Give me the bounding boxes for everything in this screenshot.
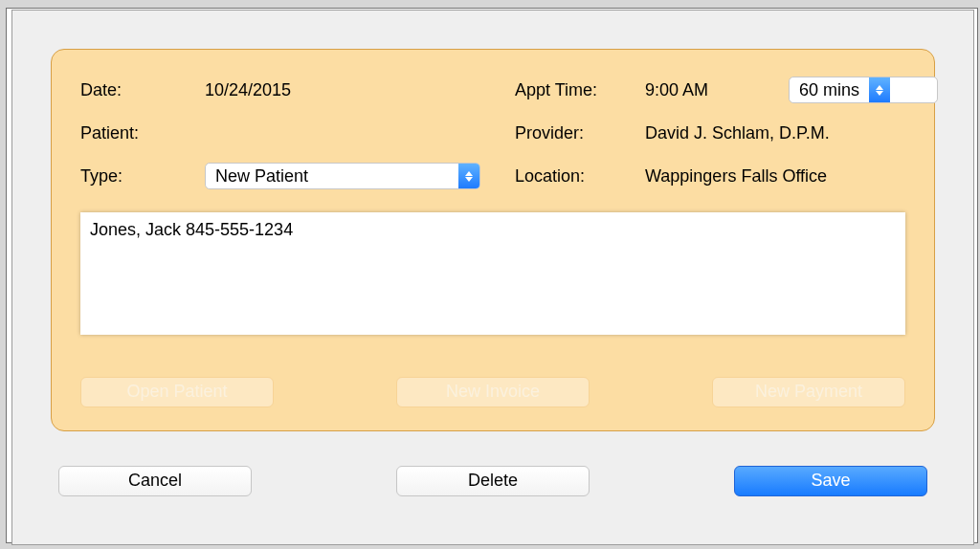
provider-label: Provider:	[515, 123, 639, 143]
duration-select-text: 60 mins	[790, 77, 869, 102]
save-button[interactable]: Save	[734, 466, 927, 496]
appointment-card: Date: 10/24/2015 Appt Time: 9:00 AM 60 m…	[51, 49, 935, 431]
row-type-location: Type: New Patient Location: Wappingers F…	[80, 163, 905, 193]
type-select-text: New Patient	[206, 164, 458, 188]
chevrons-icon	[458, 164, 479, 188]
date-label: Date:	[80, 80, 195, 100]
card-button-row: Open Patient New Invoice New Payment	[80, 377, 905, 407]
row-date-time: Date: 10/24/2015 Appt Time: 9:00 AM 60 m…	[80, 77, 905, 107]
appt-time-label: Appt Time:	[515, 80, 639, 100]
provider-value: David J. Schlam, D.P.M.	[645, 123, 923, 143]
row-patient-provider: Patient: Provider: David J. Schlam, D.P.…	[80, 120, 905, 150]
duration-select[interactable]: 60 mins	[789, 77, 938, 103]
date-value: 10/24/2015	[205, 80, 473, 100]
type-label: Type:	[80, 166, 195, 187]
open-patient-button[interactable]: Open Patient	[80, 377, 274, 407]
location-label: Location:	[515, 166, 639, 187]
notes-textarea[interactable]	[80, 212, 905, 335]
dialog-footer: Cancel Delete Save	[58, 466, 927, 496]
cancel-button[interactable]: Cancel	[58, 466, 252, 496]
delete-button[interactable]: Delete	[396, 466, 590, 496]
patient-label: Patient:	[80, 123, 195, 143]
type-select[interactable]: New Patient	[205, 163, 480, 189]
new-payment-button[interactable]: New Payment	[712, 377, 905, 407]
location-value: Wappingers Falls Office	[645, 166, 923, 187]
new-invoice-button[interactable]: New Invoice	[396, 377, 590, 407]
appointment-dialog: Date: 10/24/2015 Appt Time: 9:00 AM 60 m…	[11, 10, 974, 545]
chevrons-icon	[869, 77, 890, 102]
